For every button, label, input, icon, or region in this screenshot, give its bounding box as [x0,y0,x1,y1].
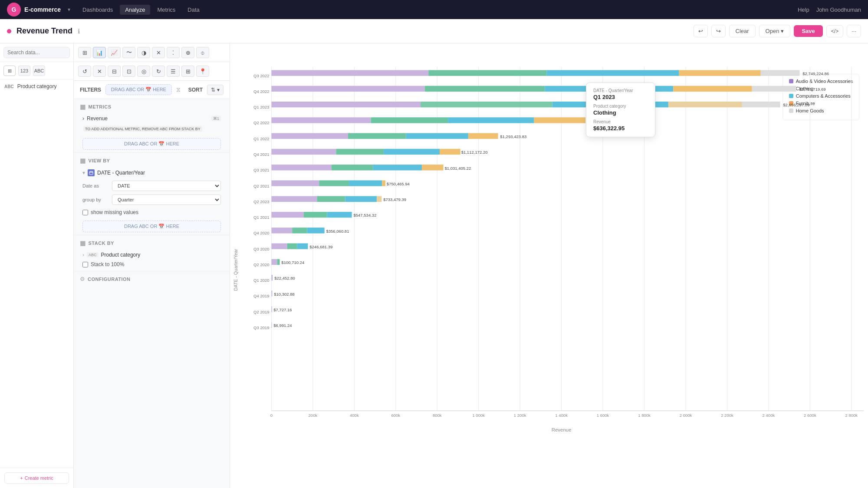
bar-audio-11[interactable] [271,243,287,249]
date-as-select[interactable]: DATE [112,181,221,191]
save-button[interactable]: Save [794,25,822,37]
bar-clothing-10[interactable] [292,228,307,233]
bar-audio-16[interactable] [271,322,272,328]
bar-computers-11[interactable] [297,243,308,249]
configuration-header[interactable]: ⚙ CONFIGURATION [74,271,230,287]
bar-clothing-7[interactable] [319,180,349,186]
revenue-expand-icon[interactable]: › [82,115,84,122]
code-button[interactable]: </> [826,25,843,37]
viz-pie-btn[interactable]: ◑ [137,47,150,58]
show-missing-checkbox[interactable] [82,210,88,215]
viz-area-btn[interactable]: 〜 [122,47,135,58]
sidebar-field-product-category[interactable]: ABC Product category [0,80,73,93]
bar-audio-4[interactable] [271,133,348,139]
nav-analyze[interactable]: Analyze [120,5,150,15]
more-button[interactable]: ··· [847,25,861,37]
nav-metrics[interactable]: Metrics [152,5,181,15]
bar-furniture-3[interactable] [534,117,585,123]
viz-btn-g[interactable]: ☰ [167,66,180,77]
undo-button[interactable]: ↩ [694,25,708,37]
bar-audio-9[interactable] [271,212,303,218]
stackby-expand-icon[interactable]: › [82,252,84,258]
viz-btn-d[interactable]: ⊡ [122,66,135,77]
bar-computers-9[interactable] [327,212,352,218]
bar-computers-3[interactable] [448,117,534,123]
bar-audio-3[interactable] [271,117,371,123]
clear-button[interactable]: Clear [729,25,756,37]
bar-clothing-3[interactable] [371,117,448,123]
viz-btn-c[interactable]: ⊟ [108,66,121,77]
user-menu[interactable]: John Goodhuman [816,7,861,13]
nav-data[interactable]: Data [182,5,204,15]
bar-furniture-6[interactable] [422,165,444,170]
viewby-collapse-icon[interactable]: ▾ [82,170,85,176]
bar-homegoods-2[interactable] [742,102,780,107]
stack100-checkbox[interactable] [82,262,88,267]
bar-audio-7[interactable] [271,180,319,186]
app-logo[interactable]: G [7,3,21,16]
bar-audio-12[interactable] [271,259,277,265]
bar-audio-2[interactable] [271,102,421,107]
bar-clothing-2[interactable] [421,102,552,107]
bar-homegoods-1[interactable] [752,86,796,92]
viewby-drag-zone[interactable]: DRAG ABC OR 📅 HERE [82,221,221,232]
viz-line-btn[interactable]: 📈 [108,47,121,58]
filter-drag-zone[interactable]: DRAG ABC OR 📅 HERE [105,84,172,95]
open-button[interactable]: Open ▾ [759,25,791,37]
bar-audio-6[interactable] [271,165,331,170]
bar-computers-4[interactable] [406,133,468,139]
bar-furniture-7[interactable] [382,180,385,186]
bar-homegoods-0[interactable] [761,70,800,76]
bar-clothing-5[interactable] [336,149,384,155]
viz-table-btn[interactable]: ⊞ [78,47,91,58]
viz-map-btn[interactable]: ⊕ [181,47,194,58]
viz-btn-e[interactable]: ◎ [137,66,150,77]
bar-audio-8[interactable] [271,196,317,202]
bar-audio-5[interactable] [271,149,336,155]
bar-clothing-0[interactable] [428,70,546,76]
viz-bar-btn[interactable]: 📊 [93,47,106,58]
icon-toggle-3[interactable]: ABC [33,66,45,76]
bar-furniture-2[interactable] [668,102,742,107]
filter-icon[interactable]: ⧖ [176,86,181,93]
viz-funnel-btn[interactable]: ⌽ [196,47,209,58]
viz-btn-f[interactable]: ↻ [152,66,165,77]
bar-audio-0[interactable] [271,70,428,76]
app-arrow-icon[interactable]: ▾ [68,7,70,13]
search-input[interactable] [3,47,70,58]
bar-clothing-9[interactable] [304,212,327,218]
bar-computers-7[interactable] [349,180,382,186]
bar-computers-0[interactable] [546,70,679,76]
bar-audio-10[interactable] [271,228,292,233]
bar-computers-6[interactable] [373,165,422,170]
create-metric-button[interactable]: + Create metric [4,472,69,484]
bar-audio-1[interactable] [271,86,424,92]
sort-button[interactable]: ⇅ ▾ [207,85,224,95]
bar-furniture-4[interactable] [468,133,498,139]
metrics-revenue-item[interactable]: › Revenue ⌘1 [74,113,230,124]
bar-audio-13[interactable] [271,275,273,280]
bar-clothing-8[interactable] [317,196,345,202]
group-by-select[interactable]: Quarter [112,195,221,205]
bar-furniture-0[interactable] [679,70,761,76]
viz-btn-h[interactable]: ⊞ [181,66,194,77]
bar-audio-15[interactable] [271,307,272,312]
bar-computers-10[interactable] [307,228,325,233]
bar-clothing-1[interactable] [425,86,545,92]
nav-dashboards[interactable]: Dashboards [77,5,118,15]
bar-furniture-8[interactable] [377,196,381,202]
metrics-drag-zone[interactable]: DRAG ABC OR 📅 HERE [82,138,221,150]
bar-computers-8[interactable] [345,196,377,202]
bar-furniture-1[interactable] [673,86,752,92]
redo-button[interactable]: ↪ [711,25,726,37]
help-link[interactable]: Help [798,7,809,13]
bar-clothing-4[interactable] [348,133,406,139]
info-icon[interactable]: ℹ [78,28,80,35]
bar-clothing-6[interactable] [332,165,373,170]
bar-audio-14[interactable] [271,290,272,296]
viz-btn-i[interactable]: 📍 [196,66,209,77]
bar-furniture-5[interactable] [440,149,460,155]
viz-scatter-btn[interactable]: ⁚ [167,47,180,58]
viz-cross-btn[interactable]: ✕ [152,47,165,58]
bar-clothing-12[interactable] [277,259,280,265]
